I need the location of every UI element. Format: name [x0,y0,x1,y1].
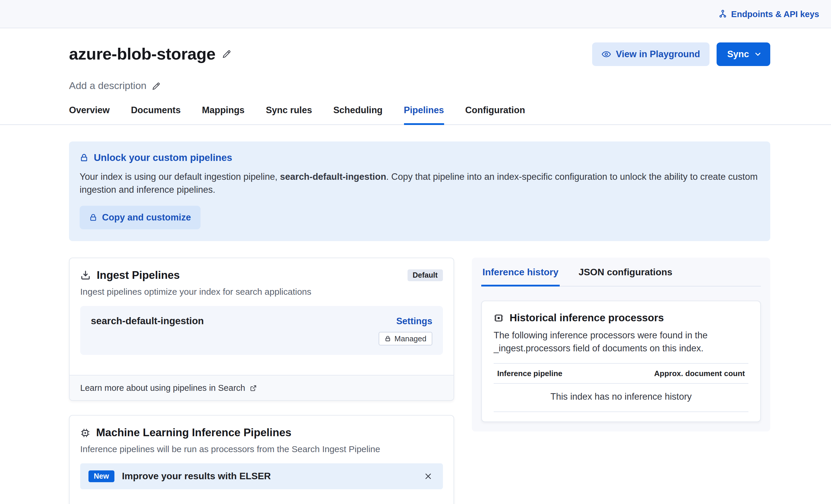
managed-badge: Managed [379,332,432,346]
page-title: azure-blob-storage [69,45,216,64]
historical-inference-card: Historical inference processors The foll… [481,301,761,422]
lock-icon [89,213,97,221]
ingest-pipelines-subtitle: Ingest pipelines optimize your index for… [80,287,443,297]
tab-mappings[interactable]: Mappings [202,105,245,125]
tab-scheduling[interactable]: Scheduling [333,105,382,125]
external-link-icon [249,384,257,392]
column-approx-document-count: Approx. document count [654,369,745,378]
top-bar: Endpoints & API keys [0,0,831,28]
tab-json-configurations[interactable]: JSON configurations [577,267,674,287]
learn-more-label: Learn more about using pipelines in Sear… [80,383,245,393]
pipelines-column: Ingest Pipelines Default Ingest pipeline… [69,258,454,504]
pipelines-content: Unlock your custom pipelines Your index … [0,125,831,504]
tab-overview[interactable]: Overview [69,105,110,125]
add-description-label: Add a description [69,80,147,92]
copy-and-customize-label: Copy and customize [102,212,191,223]
copy-and-customize-button[interactable]: Copy and customize [80,206,200,229]
historical-inference-body: The following inference processors were … [494,329,748,355]
pipeline-name: search-default-ingestion [91,315,204,327]
page-header: azure-blob-storage View in Playground Sy… [0,28,831,92]
tab-sync-rules[interactable]: Sync rules [266,105,312,125]
endpoints-icon [718,9,727,18]
tab-inference-history[interactable]: Inference history [481,267,560,287]
view-in-playground-label: View in Playground [616,49,700,60]
sync-label: Sync [727,49,749,60]
page: Endpoints & API keys azure-blob-storage … [0,0,831,504]
ml-pipelines-subtitle: Inference pipelines will be run as proce… [80,444,443,454]
pipelines-learn-more-link[interactable]: Learn more about using pipelines in Sear… [69,375,454,400]
managed-badge-label: Managed [395,334,426,343]
ingest-pipelines-title: Ingest Pipelines [97,269,180,282]
inference-history-empty-message: This index has no inference history [494,384,748,412]
tab-documents[interactable]: Documents [131,105,181,125]
ml-chip-icon [80,428,90,438]
edit-title-pencil-icon[interactable] [222,50,231,59]
sync-button[interactable]: Sync [717,42,770,66]
new-badge: New [88,470,114,482]
ingest-pipeline-icon [80,270,91,280]
edit-description-pencil-icon [152,82,161,90]
inference-tabs: Inference history JSON configurations [481,258,761,287]
view-in-playground-button[interactable]: View in Playground [593,42,710,66]
close-icon[interactable] [422,470,435,483]
unlock-pipelines-callout: Unlock your custom pipelines Your index … [69,142,770,241]
callout-title: Unlock your custom pipelines [94,152,232,163]
inference-history-table: Inference pipeline Approx. document coun… [494,363,748,412]
lock-icon [384,335,391,342]
endpoints-link-label: Endpoints & API keys [731,9,819,19]
inference-history-panel: Inference history JSON configurations Hi… [472,258,770,432]
endpoints-api-keys-link[interactable]: Endpoints & API keys [718,9,819,19]
ml-inference-pipelines-card: Machine Learning Inference Pipelines Inf… [69,415,454,504]
default-badge: Default [407,269,443,281]
column-inference-pipeline: Inference pipeline [497,369,562,378]
ml-pipelines-title: Machine Learning Inference Pipelines [96,426,291,439]
tab-pipelines[interactable]: Pipelines [404,105,444,125]
historical-inference-title: Historical inference processors [510,312,664,324]
processor-icon [494,313,504,323]
index-tabs-bar: Overview Documents Mappings Sync rules S… [0,105,831,125]
callout-body: Your index is using our default ingestio… [80,170,760,196]
add-description-button[interactable]: Add a description [69,80,161,92]
eye-icon [602,50,611,59]
lock-icon [80,153,88,162]
default-pipeline-panel: search-default-ingestion Settings Manage… [80,306,443,355]
tab-configuration[interactable]: Configuration [465,105,525,125]
elser-banner: New Improve your results with ELSER [80,463,443,489]
chevron-down-icon [754,50,762,58]
ingest-pipelines-card: Ingest Pipelines Default Ingest pipeline… [69,258,454,401]
elser-banner-text: Improve your results with ELSER [122,471,271,482]
pipeline-settings-link[interactable]: Settings [396,316,432,326]
